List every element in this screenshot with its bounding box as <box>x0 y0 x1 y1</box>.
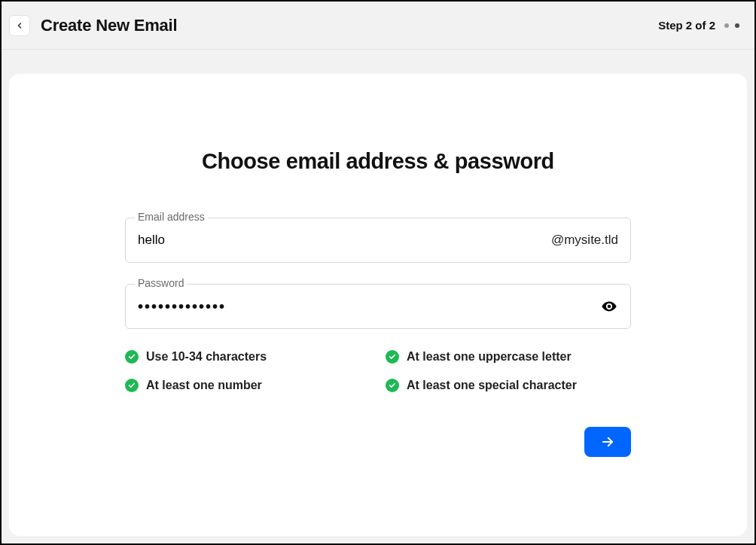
step-dots <box>724 23 739 28</box>
rule-item: At least one number <box>125 379 370 392</box>
email-field-wrapper: Email address @mysite.tld <box>125 218 631 263</box>
next-button[interactable] <box>584 427 631 457</box>
check-icon <box>125 350 139 364</box>
chevron-left-icon <box>15 21 24 30</box>
rule-text: At least one number <box>146 379 262 392</box>
rule-item: At least one special character <box>386 379 631 392</box>
password-input[interactable]: ••••••••••••• <box>138 299 600 314</box>
card-title: Choose email address & password <box>125 149 631 174</box>
email-domain-suffix: @mysite.tld <box>551 233 618 248</box>
rule-text: At least one uppercase letter <box>407 350 572 364</box>
email-input[interactable] <box>138 233 551 248</box>
rule-item: Use 10-34 characters <box>125 350 370 364</box>
check-icon <box>125 379 139 392</box>
form-card: Choose email address & password Email ad… <box>9 74 747 536</box>
check-icon <box>386 350 399 364</box>
password-label: Password <box>135 277 187 289</box>
step-dot-2 <box>735 23 739 28</box>
step-indicator-text: Step 2 of 2 <box>658 19 715 32</box>
password-field-wrapper: Password ••••••••••••• <box>125 284 631 329</box>
email-label: Email address <box>135 211 208 223</box>
arrow-right-icon <box>601 435 614 449</box>
header: Create New Email Step 2 of 2 <box>2 2 754 50</box>
page-title: Create New Email <box>41 16 177 35</box>
rule-text: At least one special character <box>407 379 577 392</box>
eye-icon <box>601 298 617 315</box>
check-icon <box>386 379 399 392</box>
step-dot-1 <box>724 23 729 28</box>
back-button[interactable] <box>9 15 30 36</box>
rule-item: At least one uppercase letter <box>386 350 631 364</box>
password-rules: Use 10-34 characters At least one upperc… <box>125 350 631 392</box>
toggle-password-visibility[interactable] <box>600 297 618 315</box>
rule-text: Use 10-34 characters <box>146 350 267 364</box>
